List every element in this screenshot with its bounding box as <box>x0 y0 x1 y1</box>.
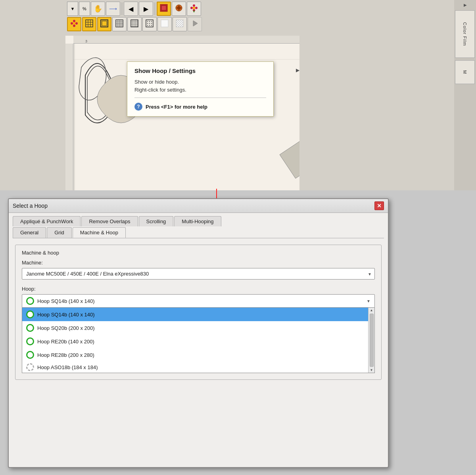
select-hoop-dialog: Select a Hoop ✕ Appliqué & PunchWork Rem… <box>8 198 389 468</box>
play-btn[interactable] <box>188 17 202 31</box>
grid1-icon <box>85 19 94 29</box>
hoop-option-label-re28b: Hoop RE28b (200 x 280) <box>37 352 94 358</box>
grid2-icon <box>115 19 124 29</box>
toolbar-area: ▼ % ✋ ⟶ ◀ ▶ <box>65 0 319 33</box>
hand-icon: ✋ <box>94 4 102 13</box>
hoop-option-re20b[interactable]: Hoop RE20b (140 x 200) <box>22 335 374 348</box>
tooltip-popup: Show Hoop / Settings Show or hide hoop. … <box>127 61 274 117</box>
hoop-btn[interactable] <box>157 2 171 16</box>
svg-rect-17 <box>86 20 93 27</box>
tab-general-label: General <box>20 230 38 236</box>
frame-icon <box>100 19 109 29</box>
tab-general[interactable]: General <box>13 227 46 238</box>
hoop-option-re28b[interactable]: Hoop RE28b (200 x 280) <box>22 348 374 362</box>
hatch-icon <box>175 19 184 29</box>
hoop-option-label-sq14b: Hoop SQ14b (140 x 140) <box>37 312 95 318</box>
next-icon: ▶ <box>144 5 148 13</box>
scrollbar-up-arrow[interactable]: ▲ <box>370 308 373 312</box>
canvas-right-arrow: ▶ <box>296 67 299 73</box>
dialog-title: Select a Hoop <box>13 203 48 209</box>
svg-marker-59 <box>193 21 198 26</box>
hoop-option-icon-aso18b <box>26 363 34 371</box>
percent-label-btn[interactable]: % <box>79 2 90 16</box>
scrollbar-down-arrow[interactable]: ▼ <box>370 368 373 372</box>
svg-point-16 <box>73 22 75 25</box>
dots-btn[interactable] <box>142 17 157 31</box>
dialog-close-button[interactable]: ✕ <box>374 201 384 210</box>
svg-point-9 <box>190 7 193 9</box>
color-film-btn[interactable]: Color Film <box>455 10 475 58</box>
tab-applique-label: Appliqué & PunchWork <box>20 218 73 224</box>
tooltip-title: Show Hoop / Settings <box>134 67 266 74</box>
hoop-dropdown-container: Hoop SQ14b (140 x 140) ▼ Hoop SQ14b (140… <box>22 294 375 373</box>
tab-overlaps-label: Remove Overlaps <box>89 218 130 224</box>
hand-tool-btn[interactable]: ✋ <box>91 2 105 16</box>
svg-point-12 <box>73 20 75 22</box>
svg-point-15 <box>71 22 73 25</box>
tab-multihooping[interactable]: Multi-Hooping <box>174 216 221 226</box>
top-section: ▼ % ✋ ⟶ ◀ ▶ <box>0 0 476 190</box>
tab-remove-overlaps[interactable]: Remove Overlaps <box>81 216 138 226</box>
group-box-label: Machine & hoop <box>22 250 375 256</box>
hoop-select-display[interactable]: Hoop SQ14b (140 x 140) ▼ <box>22 294 375 308</box>
svg-point-49 <box>151 25 152 26</box>
percent-dropdown-btn[interactable]: ▼ <box>67 2 78 16</box>
svg-point-6 <box>193 4 195 7</box>
svg-point-7 <box>195 7 198 9</box>
hoop-option-sq20b[interactable]: Hoop SQ20b (200 x 200) <box>22 321 374 335</box>
ruler-left <box>65 44 73 190</box>
tab-applique[interactable]: Appliqué & PunchWork <box>13 216 81 226</box>
flower2-icon <box>70 19 79 29</box>
tab-grid-label: Grid <box>54 230 64 236</box>
scrollbar-thumb[interactable] <box>370 314 374 367</box>
hoop-icon <box>159 4 168 14</box>
select-icon: ⟶ <box>109 6 117 12</box>
hoop-option-sq14b[interactable]: Hoop SQ14b (140 x 140) <box>22 308 374 321</box>
hoop-list-scrollbar[interactable]: ▲ ▼ <box>368 308 374 373</box>
flower-toolbar-btn[interactable] <box>187 2 201 16</box>
tooltip-body: Show or hide hoop. Right-click for setti… <box>134 78 266 98</box>
hoop-selected-text: Hoop SQ14b (140 x 140) <box>37 298 95 304</box>
tab-grid[interactable]: Grid <box>47 227 72 238</box>
hoop-option-label-aso18b: Hoop ASO18b (184 x 184) <box>37 364 98 370</box>
color-film-label: Color Film <box>463 22 467 46</box>
flower2-btn[interactable] <box>67 17 81 31</box>
dots-icon <box>145 19 154 29</box>
svg-point-41 <box>147 21 148 22</box>
blank1-btn[interactable] <box>157 17 172 31</box>
svg-rect-23 <box>102 21 107 26</box>
hoop-option-label-sq20b: Hoop SQ20b (200 x 200) <box>37 325 95 331</box>
ruler-num: 3 <box>85 39 87 43</box>
dialog-content: Machine & hoop Machine: Janome MC500E / … <box>9 238 388 393</box>
thread-btn[interactable] <box>172 2 186 16</box>
svg-point-45 <box>149 23 150 24</box>
toolbar-sep-2 <box>155 2 155 15</box>
svg-point-42 <box>149 21 150 22</box>
m-panel-btn[interactable]: M <box>455 60 475 84</box>
svg-point-47 <box>147 25 148 26</box>
next-btn[interactable]: ▶ <box>139 2 153 16</box>
hatch-btn[interactable] <box>173 17 187 31</box>
grid2-btn[interactable] <box>112 17 127 31</box>
svg-rect-50 <box>161 20 168 27</box>
grid1-btn[interactable] <box>82 17 96 31</box>
tooltip-help: ? Press <F1> for more help <box>134 103 266 111</box>
hoop-selected-icon <box>26 297 34 305</box>
select-tool-btn[interactable]: ⟶ <box>106 2 120 16</box>
flower-icon <box>190 4 198 14</box>
toolbar-row-1: ▼ % ✋ ⟶ ◀ ▶ <box>67 2 318 16</box>
svg-rect-31 <box>131 20 138 27</box>
tab-scrolling[interactable]: Scrolling <box>139 216 174 226</box>
ruler-top: 3 <box>73 36 299 44</box>
hoop-option-aso18b[interactable]: Hoop ASO18b (184 x 184) <box>22 362 374 373</box>
prev-icon: ◀ <box>129 5 133 13</box>
tab-machine-hoop[interactable]: Machine & Hoop <box>73 227 126 238</box>
grid3-btn[interactable] <box>127 17 142 31</box>
hoop-option-icon-re28b <box>26 351 34 359</box>
svg-point-13 <box>75 22 78 25</box>
machine-select[interactable]: Janome MC500E / 450E / 400E / Elna eXpre… <box>22 268 375 280</box>
frame-btn[interactable] <box>97 17 111 31</box>
machine-hoop-group: Machine & hoop Machine: Janome MC500E / … <box>15 245 382 380</box>
hoop-dropdown-arrow-icon: ▼ <box>367 299 370 303</box>
prev-btn[interactable]: ◀ <box>124 2 138 16</box>
